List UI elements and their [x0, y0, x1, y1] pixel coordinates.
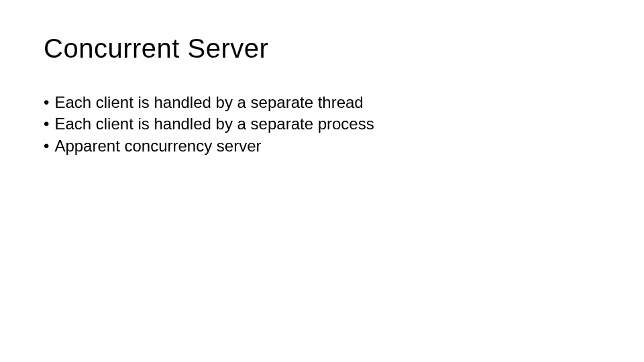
bullet-icon: •	[44, 92, 49, 113]
list-item: • Each client is handled by a separate t…	[44, 92, 600, 113]
bullet-text: Each client is handled by a separate thr…	[54, 92, 363, 113]
slide-title: Concurrent Server	[44, 34, 600, 64]
list-item: • Apparent concurrency server	[44, 135, 600, 157]
bullet-text: Each client is handled by a separate pro…	[54, 113, 374, 135]
bullet-text: Apparent concurrency server	[54, 135, 261, 157]
slide-container: Concurrent Server • Each client is handl…	[0, 0, 644, 362]
bullet-icon: •	[44, 135, 49, 157]
bullet-list: • Each client is handled by a separate t…	[44, 92, 600, 157]
bullet-icon: •	[44, 113, 49, 135]
list-item: • Each client is handled by a separate p…	[44, 113, 600, 135]
